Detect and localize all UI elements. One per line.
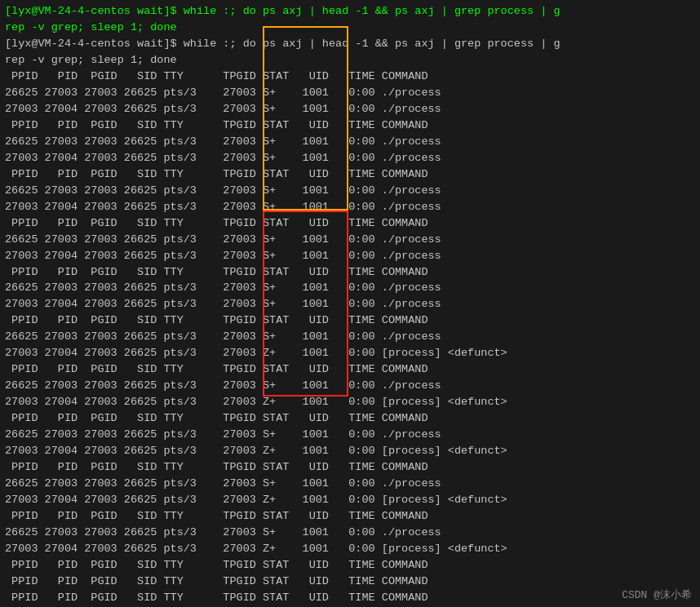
ps-header-row: PPID PID PGID SID TTY TPGID STAT UID TIM… — [5, 590, 695, 606]
ps-data-row: 26625 27003 27003 26625 pts/3 27003 S+ 1… — [5, 134, 695, 150]
command-line-1: [lyx@VM-24-4-centos wait]$ while :; do p… — [5, 3, 695, 20]
ps-header-row: PPID PID PGID SID TTY TPGID STAT UID TIM… — [5, 410, 695, 427]
ps-data-row: rep -v grep; sleep 1; done — [5, 52, 695, 69]
ps-data-row: [lyx@VM-24-4-centos wait]$ while :; do p… — [5, 36, 695, 52]
ps-data-row: 26625 27003 27003 26625 pts/3 27003 S+ 1… — [5, 525, 695, 541]
ps-data-row: 26625 27003 27003 26625 pts/3 27003 S+ 1… — [5, 232, 695, 248]
ps-header-row: PPID PID PGID SID TTY TPGID STAT UID TIM… — [5, 459, 695, 476]
command-line-2: rep -v grep; sleep 1; done — [5, 20, 695, 36]
ps-header-row: PPID PID PGID SID TTY TPGID STAT UID TIM… — [5, 361, 695, 378]
ps-data-row: 27003 27004 27003 26625 pts/3 27003 S+ 1… — [5, 199, 695, 215]
watermark: CSDN @沫小希 — [622, 587, 692, 602]
ps-header-row: PPID PID PGID SID TTY TPGID STAT UID TIM… — [5, 508, 695, 525]
ps-header-row: PPID PID PGID SID TTY TPGID STAT UID TIM… — [5, 117, 695, 134]
ps-header-row: PPID PID PGID SID TTY TPGID STAT UID TIM… — [5, 166, 695, 183]
ps-data-row: 26625 27003 27003 26625 pts/3 27003 S+ 1… — [5, 85, 695, 101]
ps-data-row: 26625 27003 27003 26625 pts/3 27003 S+ 1… — [5, 378, 695, 394]
ps-data-row: 27003 27004 27003 26625 pts/3 27003 S+ 1… — [5, 296, 695, 312]
ps-data-row: 26625 27003 27003 26625 pts/3 27003 S+ 1… — [5, 329, 695, 345]
ps-data-row: 27003 27004 27003 26625 pts/3 27003 Z+ 1… — [5, 492, 695, 508]
ps-data-row: 27003 27004 27003 26625 pts/3 27003 Z+ 1… — [5, 345, 695, 361]
ps-data-row: 27003 27004 27003 26625 pts/3 27003 S+ 1… — [5, 101, 695, 117]
ps-data-row: 26625 27003 27003 26625 pts/3 27003 S+ 1… — [5, 280, 695, 296]
ps-data-row: 26625 27003 27003 26625 pts/3 27003 S+ 1… — [5, 476, 695, 492]
ps-data-row: 27003 27004 27003 26625 pts/3 27003 S+ 1… — [5, 248, 695, 264]
ps-header-row: PPID PID PGID SID TTY TPGID STAT UID TIM… — [5, 69, 695, 85]
ps-header-row: PPID PID PGID SID TTY TPGID STAT UID TIM… — [5, 264, 695, 281]
ps-header-row: PPID PID PGID SID TTY TPGID STAT UID TIM… — [5, 574, 695, 590]
ps-data-row: 26625 27003 27003 26625 pts/3 27003 S+ 1… — [5, 183, 695, 199]
ps-header-row: PPID PID PGID SID TTY TPGID STAT UID TIM… — [5, 312, 695, 329]
terminal: [lyx@VM-24-4-centos wait]$ while :; do p… — [0, 0, 700, 607]
ps-data-row: 27003 27004 27003 26625 pts/3 27003 S+ 1… — [5, 150, 695, 166]
ps-data-row: 27003 27004 27003 26625 pts/3 27003 Z+ 1… — [5, 443, 695, 459]
ps-data-row: 26625 27003 27003 26625 pts/3 27003 S+ 1… — [5, 427, 695, 443]
ps-data-row: 27003 27004 27003 26625 pts/3 27003 Z+ 1… — [5, 394, 695, 410]
ps-header-row: PPID PID PGID SID TTY TPGID STAT UID TIM… — [5, 557, 695, 574]
ps-header-row: PPID PID PGID SID TTY TPGID STAT UID TIM… — [5, 215, 695, 232]
ps-data-row: 27003 27004 27003 26625 pts/3 27003 Z+ 1… — [5, 541, 695, 557]
